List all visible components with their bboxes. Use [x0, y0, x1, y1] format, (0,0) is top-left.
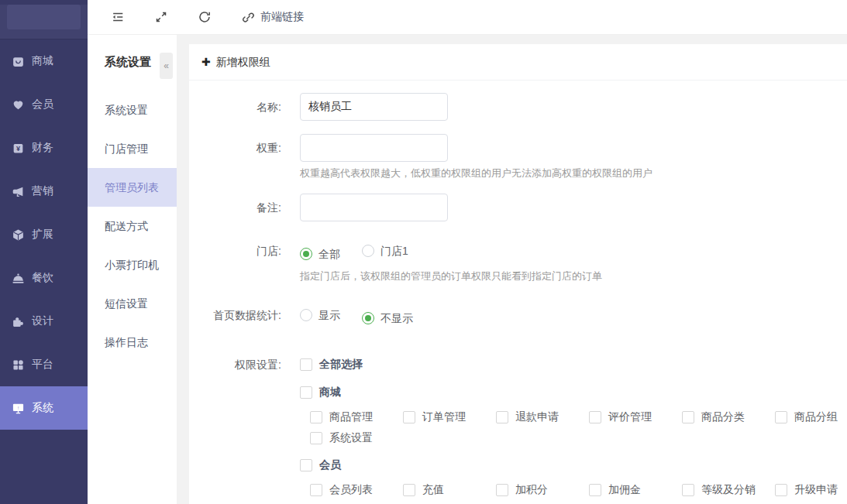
checkbox-icon[interactable]	[775, 484, 787, 496]
perm-grid: 会员列表充值加积分加佣金等级及分销升级申请	[310, 479, 847, 500]
checkbox-icon[interactable]	[589, 411, 601, 423]
sidebar-item-label: 系统	[32, 401, 53, 415]
radio-selected-icon[interactable]	[362, 312, 374, 324]
radio-option-label: 门店1	[380, 243, 408, 259]
sidebar-item-member[interactable]: 会员	[0, 83, 88, 126]
radio-option-label: 显示	[318, 307, 340, 323]
sidebar-item-label: 财务	[32, 141, 53, 155]
radio-unselected-icon[interactable]	[300, 309, 312, 321]
remark-input[interactable]	[300, 194, 448, 221]
home-stats-radio-option[interactable]: 显示	[300, 307, 340, 323]
store-radio-option[interactable]: 门店1	[362, 243, 408, 259]
submenu-item-system-settings[interactable]: 系统设置	[88, 91, 177, 129]
weight-label: 权重:	[189, 134, 281, 181]
perm-item-checkbox[interactable]: 系统设置	[310, 427, 403, 448]
finance-icon: ¥	[12, 142, 25, 155]
perm-group-label: 会员	[319, 458, 341, 472]
perm-group-checkbox-item[interactable]: 商城	[300, 385, 847, 400]
perm-item-label: 商品管理	[329, 410, 373, 424]
perm-item-label: 充值	[422, 483, 444, 497]
checkbox-icon[interactable]	[310, 484, 322, 496]
sidebar-item-label: 会员	[32, 98, 53, 111]
submenu-item-sms-settings[interactable]: 短信设置	[88, 284, 177, 323]
design-icon	[12, 315, 25, 328]
submenu-item-admin-list[interactable]: 管理员列表	[88, 168, 177, 207]
link-icon	[241, 10, 255, 24]
perm-item-label: 加积分	[515, 483, 548, 497]
remark-label: 备注:	[189, 194, 281, 221]
home-stats-radio-group: 显示不显示	[300, 307, 435, 326]
sidebar-item-mall[interactable]: 商城	[0, 39, 88, 83]
select-all-checkbox-item[interactable]: 全部选择	[300, 357, 847, 372]
name-label: 名称:	[189, 93, 281, 121]
svg-text:¥: ¥	[16, 144, 20, 152]
perm-item-checkbox[interactable]: 商品分类	[682, 406, 775, 427]
sidebar-item-marketing[interactable]: 营销	[0, 170, 88, 213]
checkbox-icon[interactable]	[496, 484, 508, 496]
submenu-item-operation-log[interactable]: 操作日志	[88, 323, 177, 362]
perm-item-label: 退款申请	[515, 410, 559, 424]
sidebar-item-label: 扩展	[32, 228, 53, 242]
sidebar-item-extension[interactable]: 扩展	[0, 213, 88, 256]
submenu-item-delivery-method[interactable]: 配送方式	[88, 207, 177, 245]
perm-item-checkbox[interactable]: 加佣金	[589, 479, 682, 500]
submenu-item-receipt-printer[interactable]: 小票打印机	[88, 245, 177, 284]
platform-icon	[12, 358, 25, 372]
fullscreen-icon[interactable]	[154, 10, 168, 24]
perm-item-checkbox[interactable]: 退款申请	[496, 406, 589, 427]
perm-item-checkbox[interactable]: 升级申请	[775, 479, 847, 500]
dining-icon	[12, 272, 25, 285]
perm-item-label: 升级申请	[794, 483, 838, 497]
checkbox-icon[interactable]	[300, 358, 312, 371]
checkbox-icon[interactable]	[403, 411, 415, 423]
radio-option-label: 不显示	[380, 310, 413, 326]
sidebar-item-design[interactable]: 设计	[0, 300, 88, 343]
content-area: ✚新增权限组 名称: 权重: 权重越高代表权限越大，低权重的权限组的用户无法添加…	[177, 35, 847, 504]
perm-item-checkbox[interactable]: 商品管理	[310, 406, 403, 427]
sidebar-item-label: 设计	[32, 314, 53, 328]
checkbox-icon[interactable]	[300, 386, 312, 399]
perm-item-label: 评价管理	[608, 410, 652, 424]
sidebar-item-dining[interactable]: 餐饮	[0, 256, 88, 300]
fold-menu-icon[interactable]	[111, 10, 125, 24]
submenu-item-store-manage[interactable]: 门店管理	[88, 129, 177, 168]
remark-row: 备注:	[189, 194, 847, 221]
checkbox-icon[interactable]	[310, 432, 322, 444]
radio-unselected-icon[interactable]	[362, 245, 374, 257]
perm-group-checkbox-item[interactable]: 会员	[300, 458, 847, 473]
perm-item-checkbox[interactable]: 订单管理	[403, 406, 496, 427]
sidebar-item-finance[interactable]: ¥财务	[0, 126, 88, 170]
frontend-link[interactable]: 前端链接	[241, 10, 304, 24]
checkbox-icon[interactable]	[589, 484, 601, 496]
checkbox-icon[interactable]	[403, 484, 415, 496]
perm-item-checkbox[interactable]: 加积分	[496, 479, 589, 500]
sidebar-item-label: 平台	[32, 358, 53, 372]
name-input[interactable]	[300, 93, 448, 121]
radio-selected-icon[interactable]	[300, 248, 312, 260]
sidebar-item-label: 餐饮	[32, 271, 53, 285]
perm-item-checkbox[interactable]: 商品分组	[775, 406, 847, 427]
checkbox-icon[interactable]	[496, 411, 508, 423]
checkbox-icon[interactable]	[775, 411, 787, 423]
weight-input[interactable]	[300, 134, 448, 162]
store-radio-option[interactable]: 全部	[300, 246, 340, 262]
perm-item-checkbox[interactable]: 会员列表	[310, 479, 403, 500]
sidebar-item-platform[interactable]: 平台	[0, 343, 88, 386]
checkbox-icon[interactable]	[682, 484, 694, 496]
checkbox-icon[interactable]	[682, 411, 694, 423]
collapse-sidebar-button[interactable]: «	[160, 53, 173, 79]
perm-item-label: 会员列表	[329, 483, 373, 497]
perm-item-checkbox[interactable]: 充值	[403, 479, 496, 500]
perm-group-label: 商城	[319, 386, 341, 399]
perm-item-checkbox[interactable]: 评价管理	[589, 406, 682, 427]
sub-sidebar-nav: 系统设置门店管理管理员列表配送方式小票打印机短信设置操作日志	[88, 91, 177, 362]
store-radio-group: 全部门店1	[300, 243, 602, 262]
home-stats-radio-option[interactable]: 不显示	[362, 310, 413, 326]
permissions-row: 权限设置: 全部选择 商城商品管理订单管理退款申请评价管理商品分类商品分组系统设…	[189, 357, 847, 504]
weight-row: 权重: 权重越高代表权限越大，低权重的权限组的用户无法添加高权重的权限组的用户	[189, 134, 847, 181]
sidebar-item-system[interactable]: ↑系统	[0, 386, 88, 430]
refresh-icon[interactable]	[198, 10, 212, 24]
checkbox-icon[interactable]	[300, 459, 312, 471]
checkbox-icon[interactable]	[310, 411, 322, 423]
perm-item-checkbox[interactable]: 等级及分销	[682, 479, 775, 500]
